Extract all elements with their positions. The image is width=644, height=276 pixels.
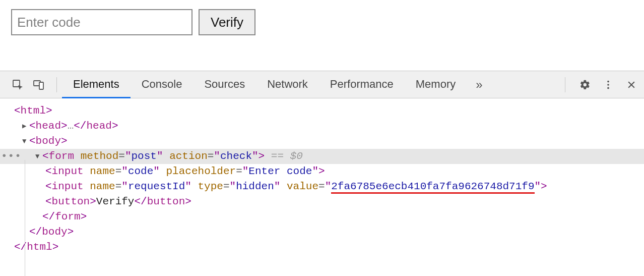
tree-node-input-hidden[interactable]: <input name="requestId" type="hidden" va… [0,179,644,194]
device-toggle-icon[interactable] [30,76,47,93]
tree-node-html-close[interactable]: </html> [0,240,644,255]
collapse-icon[interactable]: ▼ [35,149,42,164]
tree-node-body[interactable]: ▼<body> [0,134,644,149]
highlighted-value: 2fa6785e6ecb410fa7fa9626748d71f9 [331,181,534,194]
svg-point-4 [607,84,609,86]
toolbar-divider [565,77,565,92]
tree-node-button[interactable]: <button>Verify</button> [0,194,644,209]
collapsed-dots: … [68,120,74,132]
tab-memory[interactable]: Memory [405,72,467,98]
devtools-panel: Elements Console Sources Network Perform… [0,71,644,255]
gear-icon[interactable] [576,76,594,93]
devtools-tabs: Elements Console Sources Network Perform… [62,71,467,98]
collapse-icon[interactable]: ▼ [22,134,29,149]
indent-guide [25,160,25,276]
expand-icon[interactable]: ▶ [22,119,29,134]
toolbar-divider [56,77,57,92]
gutter-ellipsis-icon[interactable]: ••• [1,149,22,164]
close-icon[interactable] [623,76,640,93]
elements-tree[interactable]: <html> ▶<head>…</head> ▼<body> •••▼<form… [0,98,644,255]
tree-node-form-close[interactable]: </form> [0,209,644,225]
tab-sources[interactable]: Sources [193,72,256,98]
tabs-overflow-icon[interactable]: » [467,78,491,92]
page-content: Verify [0,0,644,71]
devtools-toolbar: Elements Console Sources Network Perform… [0,71,644,98]
tab-elements[interactable]: Elements [62,72,131,98]
verify-button[interactable]: Verify [199,9,255,35]
tree-node-input-code[interactable]: <input name="code" placeholder="Enter co… [0,164,644,179]
tree-node-head[interactable]: ▶<head>…</head> [0,119,644,134]
code-input[interactable] [11,9,192,35]
tree-node-html[interactable]: <html> [0,103,644,119]
kebab-icon[interactable] [600,76,617,93]
tab-performance[interactable]: Performance [319,72,405,98]
tab-console[interactable]: Console [131,72,194,98]
tree-node-form[interactable]: •••▼<form method="post" action="check"> … [0,149,644,164]
svg-rect-2 [39,82,43,89]
tab-network[interactable]: Network [256,72,319,98]
selection-hint: == $0 [265,150,303,162]
inspect-icon[interactable] [9,76,26,93]
tree-node-body-close[interactable]: </body> [0,225,644,240]
verify-form: Verify [11,9,633,35]
svg-point-3 [607,80,609,82]
svg-point-5 [607,87,609,89]
